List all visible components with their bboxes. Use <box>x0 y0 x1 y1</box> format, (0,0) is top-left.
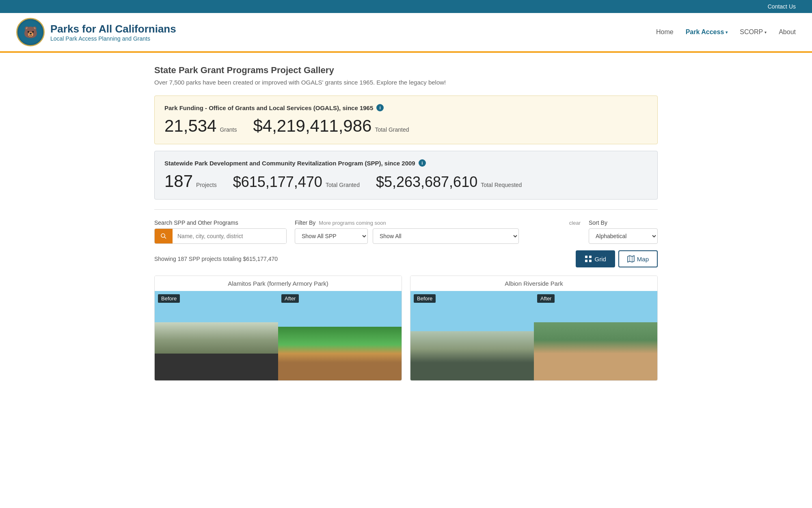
spp-stats-numbers: 187 Projects $615,177,470 Total Granted … <box>164 172 648 191</box>
filter-top-row: Filter By More programs coming soon clea… <box>295 219 581 226</box>
project-before-img-1: Before <box>410 291 534 380</box>
project-images-0: Before After <box>155 291 402 380</box>
grid-icon <box>585 255 592 263</box>
before-label-1: Before <box>414 294 436 303</box>
search-icon <box>160 233 167 239</box>
logo-icon: 🐻 <box>17 19 43 45</box>
header: 🐻 Parks for All Californians Local Park … <box>0 13 812 53</box>
ogals-grants-number: 21,534 <box>164 116 216 136</box>
spp-total-requested-number: $5,263,687,610 <box>376 174 477 191</box>
logo-area: 🐻 Parks for All Californians Local Park … <box>16 18 176 46</box>
spp-total-requested-label: Total Requested <box>481 182 522 188</box>
contact-us-link[interactable]: Contact Us <box>768 3 796 10</box>
view-buttons: Grid Map <box>576 250 658 267</box>
spp-projects-label: Projects <box>196 182 217 188</box>
ogals-stats-numbers: 21,534 Grants $4,219,411,986 Total Grant… <box>164 116 648 136</box>
spp-box-title: Statewide Park Development and Community… <box>164 159 648 167</box>
spp-stats-box: Statewide Park Development and Community… <box>154 151 658 200</box>
nav-about[interactable]: About <box>779 28 796 36</box>
ogals-total-granted-stat: $4,219,411,986 Total Granted <box>253 116 409 136</box>
main-nav: Home Park Access ▾ SCORP ▾ About <box>656 28 796 36</box>
ogals-grants-stat: 21,534 Grants <box>164 116 237 136</box>
svg-rect-5 <box>589 260 592 262</box>
svg-rect-2 <box>585 256 587 258</box>
search-section: Search SPP and Other Programs <box>154 219 287 244</box>
results-text: Showing 187 SPP projects totaling $615,1… <box>154 256 278 262</box>
svg-rect-4 <box>585 260 587 262</box>
site-title: Parks for All Californians Local Park Ac… <box>50 23 176 42</box>
filter-selects: Show All SPP All SPP Projects Show All O… <box>295 228 581 244</box>
project-card-title-0: Alamitos Park (formerly Armory Park) <box>155 276 402 291</box>
ogals-grants-label: Grants <box>220 126 237 133</box>
filter-section: Filter By More programs coming soon clea… <box>295 219 581 244</box>
project-images-1: Before After <box>410 291 657 380</box>
search-button[interactable] <box>155 229 173 243</box>
map-view-button[interactable]: Map <box>618 250 658 267</box>
spp-info-icon[interactable]: i <box>419 159 426 167</box>
ogals-info-icon[interactable]: i <box>376 104 384 111</box>
divider <box>154 209 658 210</box>
site-title-sub: Local Park Access Planning and Grants <box>50 35 176 42</box>
sort-select[interactable]: Alphabetical Date Amount <box>589 228 658 244</box>
map-icon <box>627 255 635 263</box>
project-before-img-0: Before <box>155 291 278 380</box>
programs-filter-select[interactable]: Show All OGALS Programs SPP Only <box>373 228 519 244</box>
search-filter-area: Search SPP and Other Programs Filter By … <box>154 219 658 244</box>
nav-park-access[interactable]: Park Access ▾ <box>686 28 728 36</box>
project-card-0: Alamitos Park (formerly Armory Park) Bef… <box>154 276 402 381</box>
project-card-title-1: Albion Riverside Park <box>410 276 657 291</box>
after-label-0: After <box>281 294 299 303</box>
spp-total-granted-label: Total Granted <box>326 182 360 188</box>
logo-circle: 🐻 <box>16 18 45 46</box>
spp-total-granted-stat: $615,177,470 Total Granted <box>233 174 360 191</box>
filter-label: Filter By <box>295 219 315 226</box>
after-label-1: After <box>537 294 555 303</box>
spp-projects-stat: 187 Projects <box>164 172 217 191</box>
site-title-main: Parks for All Californians <box>50 23 176 35</box>
svg-point-0 <box>161 234 165 237</box>
ogals-box-title: Park Funding - Office of Grants and Loca… <box>164 104 648 111</box>
ogals-total-granted-label: Total Granted <box>375 126 409 133</box>
search-input-wrapper <box>154 228 287 244</box>
spp-total-granted-number: $615,177,470 <box>233 174 322 191</box>
project-after-img-0: After <box>278 291 402 380</box>
top-bar: Contact Us <box>0 0 812 13</box>
main-content: State Park Grant Programs Project Galler… <box>138 53 674 393</box>
svg-rect-3 <box>589 256 592 258</box>
project-gallery: Alamitos Park (formerly Armory Park) Bef… <box>154 276 658 381</box>
spp-filter-select[interactable]: Show All SPP All SPP Projects <box>295 228 368 244</box>
nav-home[interactable]: Home <box>656 28 674 36</box>
sort-label: Sort By <box>589 219 658 226</box>
grid-view-button[interactable]: Grid <box>576 250 615 267</box>
more-programs-text: More programs coming soon <box>319 220 386 226</box>
filter-label-row: Filter By More programs coming soon <box>295 219 386 226</box>
svg-marker-6 <box>628 256 634 262</box>
svg-line-1 <box>164 237 166 239</box>
scorp-chevron-icon: ▾ <box>764 30 767 35</box>
page-title: State Park Grant Programs Project Galler… <box>154 65 658 76</box>
sort-section: Sort By Alphabetical Date Amount <box>589 219 658 244</box>
page-subtitle: Over 7,500 parks have been created or im… <box>154 79 658 86</box>
spp-total-requested-stat: $5,263,687,610 Total Requested <box>376 174 522 191</box>
results-row: Showing 187 SPP projects totaling $615,1… <box>154 250 658 267</box>
project-after-img-1: After <box>534 291 657 380</box>
project-card-1: Albion Riverside Park Before After <box>410 276 658 381</box>
search-input[interactable] <box>173 229 286 243</box>
ogals-stats-box: Park Funding - Office of Grants and Loca… <box>154 96 658 144</box>
before-label-0: Before <box>158 294 180 303</box>
clear-filter-link[interactable]: clear <box>569 220 581 226</box>
nav-scorp[interactable]: SCORP ▾ <box>740 28 767 36</box>
park-access-chevron-icon: ▾ <box>726 30 728 35</box>
search-label: Search SPP and Other Programs <box>154 219 287 226</box>
ogals-total-granted-number: $4,219,411,986 <box>253 116 371 136</box>
spp-projects-number: 187 <box>164 172 193 191</box>
